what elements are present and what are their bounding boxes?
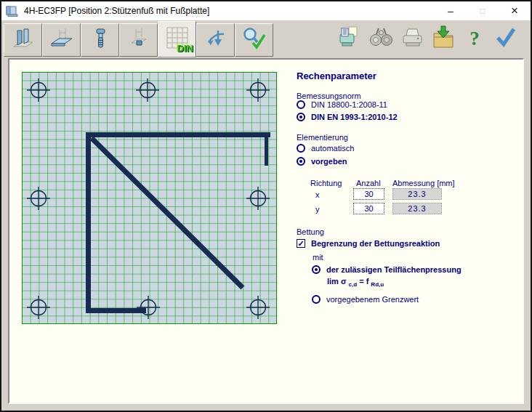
radio-din-18800[interactable]: DIN 18800-1:2008-11 xyxy=(297,100,387,109)
baseplate-drawing xyxy=(22,72,277,327)
col-header-anzahl: Anzahl xyxy=(356,179,381,187)
col-header-richtung: Richtung xyxy=(310,179,342,187)
bettung-label: Bettung xyxy=(297,227,324,236)
checkbox-icon[interactable]: ✓ xyxy=(297,239,305,248)
radio-label: DIN 18800-1:2008-11 xyxy=(311,100,387,109)
load-arrows-icon xyxy=(203,26,228,54)
checkbox-begrenzung[interactable]: ✓ Begrenzung der Bettungsreaktion xyxy=(297,239,440,248)
radio-icon[interactable] xyxy=(297,144,305,153)
limit-formula: lim σ c,d = f Rd,u xyxy=(327,277,384,288)
help-button[interactable]: ? xyxy=(463,25,486,52)
abmessung-x-field: 23.3 xyxy=(392,188,442,200)
confirm-button[interactable] xyxy=(494,25,517,52)
app-logo-icon xyxy=(6,5,20,17)
steel-profiles-button[interactable] xyxy=(4,23,42,57)
printer-icon xyxy=(400,25,424,52)
radio-vorgeben[interactable]: vorgeben xyxy=(297,157,347,166)
base-plate-button[interactable] xyxy=(42,23,81,57)
close-button[interactable]: × xyxy=(499,1,531,20)
anchor-bolt-icon xyxy=(89,27,112,53)
title-bar: 4H-EC3FP [Position 2:Stützenfuß mit Fußp… xyxy=(1,1,531,20)
radio-label: vorgeben xyxy=(311,157,347,166)
radio-label: DIN EN 1993-1:2010-12 xyxy=(311,113,398,121)
column-on-plate-icon xyxy=(127,27,150,53)
radio-icon[interactable] xyxy=(297,157,305,166)
minimize-button[interactable]: – xyxy=(435,1,467,20)
maximize-button[interactable]: □ xyxy=(467,1,499,20)
radio-din-en-1993[interactable]: DIN EN 1993-1:2010-12 xyxy=(297,113,398,121)
radio-icon[interactable] xyxy=(312,295,321,304)
abmessung-y-field: 23.3 xyxy=(392,203,442,214)
confirm-check-icon xyxy=(495,26,517,51)
bemessungsnorm-label: Bemessungsnorm xyxy=(297,92,361,100)
checkbox-label: Begrenzung der Bettungsreaktion xyxy=(311,239,440,248)
help-icon: ? xyxy=(469,28,480,50)
radio-label: automatisch xyxy=(311,144,354,153)
save-folder-icon xyxy=(432,25,454,52)
app-window: 4H-EC3FP [Position 2:Stützenfuß mit Fußp… xyxy=(0,0,532,412)
check-results-button[interactable] xyxy=(235,23,273,57)
check-results-icon xyxy=(242,26,267,54)
print-button[interactable] xyxy=(400,25,424,52)
binoculars-icon xyxy=(368,25,393,52)
load-arrows-button[interactable] xyxy=(196,23,235,57)
radio-icon[interactable] xyxy=(297,113,305,121)
content-panel: Rechenparameter Bemessungsnorm DIN 18800… xyxy=(8,58,524,404)
anzahl-x-input[interactable] xyxy=(353,188,384,200)
anchor-bolt-button[interactable] xyxy=(81,23,119,57)
elementierung-label: Elementierung xyxy=(297,133,348,142)
col-header-abmessung: Abmessung [mm] xyxy=(392,179,455,187)
base-plate-icon xyxy=(50,27,73,53)
search-binoculars-button[interactable] xyxy=(369,25,392,52)
din-button-label: DIN xyxy=(177,43,193,54)
page-title: Rechenparameter xyxy=(297,70,376,81)
radio-teilflaechenpressung[interactable]: der zulässigen Teilflächenpressung xyxy=(312,265,462,274)
steel-profiles-icon xyxy=(12,27,35,53)
toolbar: DIN xyxy=(1,20,531,58)
radio-icon[interactable] xyxy=(312,265,321,274)
radio-automatisch[interactable]: automatisch xyxy=(297,144,354,153)
radio-label: der zulässigen Teilflächenpressung xyxy=(326,265,462,274)
radio-icon[interactable] xyxy=(297,100,305,109)
mit-label: mit xyxy=(313,253,323,262)
save-button[interactable] xyxy=(432,25,455,52)
column-on-plate-button[interactable] xyxy=(119,23,158,57)
anzahl-y-input[interactable] xyxy=(353,203,384,214)
radio-label: vorgegebenem Grenzwert xyxy=(326,295,419,304)
print-preview-button[interactable] xyxy=(338,25,361,52)
radio-grenzwert[interactable]: vorgegebenem Grenzwert xyxy=(312,295,419,304)
row-y-label: y xyxy=(315,205,320,214)
print-preview-icon xyxy=(338,25,361,52)
fem-grid-din-button[interactable]: DIN xyxy=(158,21,196,57)
window-title: 4H-EC3FP [Position 2:Stützenfuß mit Fußp… xyxy=(24,6,209,16)
row-x-label: x xyxy=(315,190,320,199)
